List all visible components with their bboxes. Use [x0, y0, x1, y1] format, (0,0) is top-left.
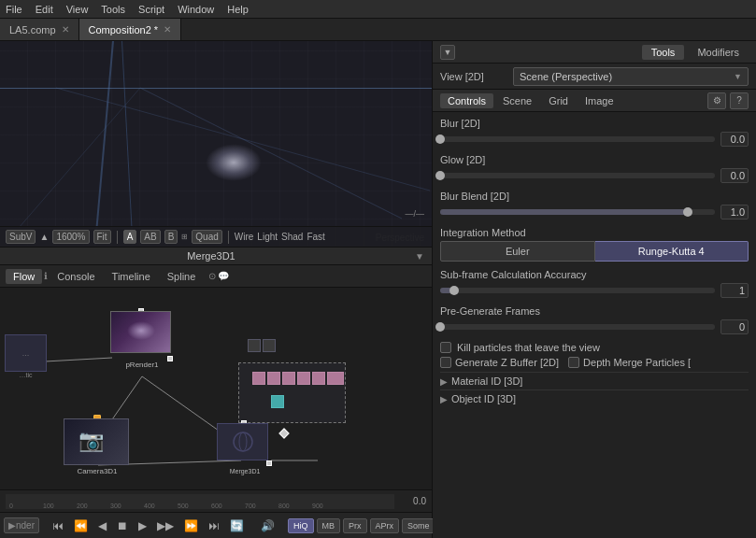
menu-view[interactable]: View: [66, 4, 89, 15]
tab-comp2-close[interactable]: ✕: [164, 24, 171, 35]
aprx-btn[interactable]: APrx: [370, 518, 400, 533]
pregenerate-value[interactable]: 0: [720, 319, 749, 334]
flow-tab-flow[interactable]: Flow: [6, 269, 42, 284]
glow-thumb[interactable]: [435, 171, 445, 180]
blur-value[interactable]: 0.0: [720, 132, 749, 147]
zoom-btn[interactable]: 1600%: [52, 230, 89, 244]
skip-end-btn[interactable]: ⏭: [205, 517, 223, 534]
next-btn[interactable]: ▶▶: [153, 517, 178, 534]
ctrl-tab-scene[interactable]: Scene: [495, 93, 539, 108]
fit-btn[interactable]: Fit: [93, 230, 111, 244]
merge3d-node[interactable]: Merge3D1: [217, 423, 273, 474]
object-id-row[interactable]: ▶ Object ID [3D]: [440, 389, 749, 407]
rk4-btn[interactable]: Runge-Kutta 4: [595, 241, 749, 262]
blurblend-thumb[interactable]: [683, 207, 692, 217]
a-btn[interactable]: A: [123, 230, 137, 244]
ctrl-tab-image[interactable]: Image: [578, 93, 621, 108]
blur-track[interactable]: [440, 136, 715, 142]
prev-frame-btn[interactable]: ⏪: [70, 517, 92, 534]
material-id-row[interactable]: ▶ Material ID [3D]: [440, 372, 749, 389]
some-btn[interactable]: Some: [402, 518, 435, 533]
hiq-btn[interactable]: HiQ: [288, 518, 314, 533]
pregenerate-label: Pre-Generate Frames: [440, 305, 749, 317]
tab-la5-close[interactable]: ✕: [62, 24, 69, 35]
arrow-up: ▲: [39, 232, 49, 242]
pregenerate-track[interactable]: [440, 324, 715, 330]
menu-edit[interactable]: Edit: [36, 4, 53, 15]
menu-tools[interactable]: Tools: [101, 4, 125, 15]
small-node-left[interactable]: … …tic: [5, 334, 47, 378]
white-diamond[interactable]: [278, 428, 289, 438]
next-frame-btn[interactable]: ⏩: [180, 517, 202, 534]
svg-point-10: [239, 432, 247, 451]
render-btn[interactable]: ▶nder: [4, 517, 39, 533]
ctrl-settings-icon[interactable]: ⚙: [707, 92, 726, 109]
glow-track[interactable]: [440, 173, 715, 178]
light-label[interactable]: Light: [257, 232, 278, 242]
menu-script[interactable]: Script: [138, 4, 164, 15]
rp-tab-tools[interactable]: Tools: [642, 45, 685, 60]
view-dropdown[interactable]: Scene (Perspective) ▼: [513, 67, 749, 86]
kill-particles-checkbox[interactable]: [440, 342, 451, 353]
flow-tab-timeline[interactable]: Timeline: [105, 269, 158, 284]
rp-tab-modifiers[interactable]: Modifiers: [688, 45, 749, 60]
ctrl-tab-grid[interactable]: Grid: [541, 93, 576, 108]
fast-label[interactable]: Fast: [307, 232, 324, 242]
loop-btn[interactable]: 🔄: [226, 517, 248, 534]
svg-point-9: [234, 432, 252, 451]
menu-help[interactable]: Help: [227, 4, 249, 15]
view-label: View [2D]: [440, 71, 506, 82]
pregenerate-control: 0: [440, 319, 749, 334]
timeline-ruler[interactable]: 0 100 200 300 400 500 600 700 800 900: [6, 494, 394, 509]
wire-label[interactable]: Wire: [235, 232, 254, 242]
blurblend-value[interactable]: 1.0: [720, 205, 749, 219]
flow-area: Flow ℹ Console Timeline Spline ⊙ 💬: [0, 265, 432, 489]
blur-thumb[interactable]: [435, 134, 445, 144]
quad-btn[interactable]: Quad: [192, 230, 221, 244]
play-btn[interactable]: ▶: [135, 517, 150, 534]
blurblend-slider-row: Blur Blend [2D] 1.0: [440, 191, 749, 219]
pregenerate-thumb[interactable]: [435, 322, 445, 332]
object-id-arrow: ▶: [440, 394, 448, 404]
tab-comp2[interactable]: Composition2 * ✕: [79, 19, 182, 40]
prender-node[interactable]: pRender1: [110, 311, 174, 369]
ctrl-tab-controls[interactable]: Controls: [440, 93, 493, 108]
stop-btn[interactable]: ⏹: [113, 517, 132, 534]
blurblend-track[interactable]: [440, 209, 715, 215]
b-btn[interactable]: B: [164, 230, 178, 244]
depthmerge-checkbox[interactable]: [568, 357, 579, 368]
menu-window[interactable]: Window: [178, 4, 214, 15]
subframe-value[interactable]: 1: [720, 283, 749, 298]
prx-btn[interactable]: Prx: [343, 518, 367, 533]
viewport[interactable]: Perspective —/— SubV ▲ 1600% Fit A AB B …: [0, 41, 432, 247]
camera-node[interactable]: 📷 Camera3D1: [64, 418, 131, 475]
ctrl-help-icon[interactable]: ?: [730, 92, 749, 109]
prender-port-bottom[interactable]: [167, 356, 173, 361]
ab-btn[interactable]: AB: [140, 230, 160, 244]
audio-btn[interactable]: 🔊: [257, 517, 278, 534]
menu-file[interactable]: File: [6, 4, 22, 15]
subv-btn[interactable]: SubV: [6, 230, 36, 244]
subframe-track[interactable]: [440, 288, 715, 293]
euler-btn[interactable]: Euler: [440, 241, 595, 262]
shad-label[interactable]: Shad: [281, 232, 303, 242]
merge3d-port-bottom[interactable]: [266, 460, 272, 466]
flow-tab-spline[interactable]: Spline: [160, 269, 204, 284]
mb-btn[interactable]: MB: [317, 518, 341, 533]
flow-tab-console[interactable]: Console: [50, 269, 102, 284]
blur-label: Blur [2D]: [440, 118, 749, 129]
ruler-700: 700: [245, 503, 278, 509]
subframe-thumb[interactable]: [449, 286, 459, 295]
prev-btn[interactable]: ◀: [94, 517, 110, 534]
flow-canvas[interactable]: … …tic pRender1: [0, 288, 432, 489]
subframe-slider-row: Sub-frame Calculation Accuracy 1: [440, 269, 749, 298]
sliders-area: Blur [2D] 0.0 Glow [2D] 0.0: [433, 112, 756, 538]
node-expand-arrow[interactable]: ▼: [415, 251, 424, 262]
small-node-thumb: …: [5, 334, 47, 372]
tab-la5[interactable]: LA5.comp ✕: [0, 19, 79, 40]
rp-collapse-btn[interactable]: ▼: [440, 45, 455, 60]
glow-value[interactable]: 0.0: [720, 168, 749, 183]
zbuffer-checkbox[interactable]: [440, 357, 451, 368]
skip-start-btn[interactable]: ⏮: [49, 517, 67, 534]
small-node-label: …tic: [5, 372, 47, 378]
